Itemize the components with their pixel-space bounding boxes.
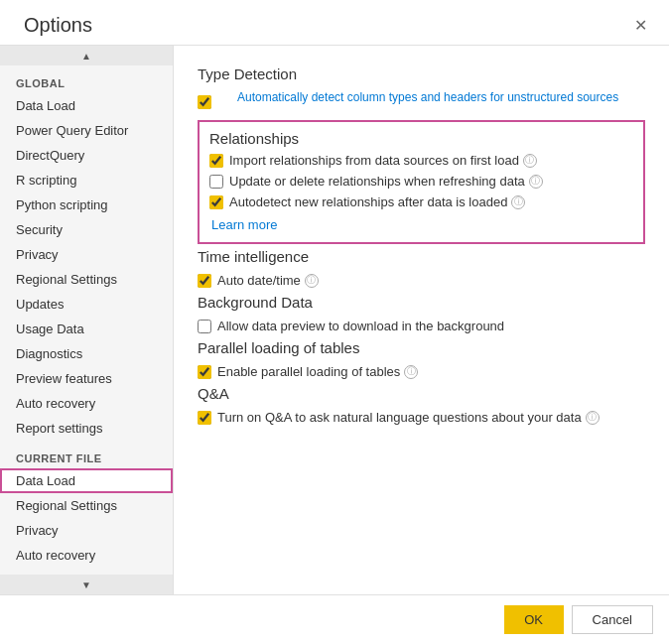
time-intelligence-option: Auto date/time ⓘ <box>198 273 645 288</box>
global-section-label: GLOBAL <box>0 65 173 93</box>
sidebar-item-data-load[interactable]: Data Load <box>0 93 173 118</box>
type-detection-option: Automatically detect column types and he… <box>198 90 645 114</box>
relationships-checkbox-2[interactable] <box>209 175 223 189</box>
scroll-down-button[interactable]: ▼ <box>0 575 173 594</box>
sidebar-item-diagnostics[interactable]: Diagnostics <box>0 341 173 366</box>
qa-option: Turn on Q&A to ask natural language ques… <box>198 410 645 425</box>
dialog-footer: OK Cancel <box>0 594 669 644</box>
sidebar-item-security[interactable]: Security <box>0 217 173 242</box>
sidebar-item-privacy[interactable]: Privacy <box>0 242 173 267</box>
relationships-checkbox-1[interactable] <box>209 154 223 168</box>
parallel-loading-label: Enable parallel loading of tables <box>217 364 400 379</box>
info-icon-3: ⓘ <box>511 195 525 209</box>
background-data-section: Background Data Allow data preview to do… <box>198 294 645 333</box>
qa-checkbox[interactable] <box>198 411 211 425</box>
time-intelligence-title: Time intelligence <box>198 248 645 265</box>
cancel-button[interactable]: Cancel <box>572 605 653 634</box>
parallel-loading-option: Enable parallel loading of tables ⓘ <box>198 364 645 379</box>
sidebar-item-updates[interactable]: Updates <box>0 292 173 317</box>
background-data-option: Allow data preview to download in the ba… <box>198 319 645 333</box>
sidebar-scroll: GLOBAL Data Load Power Query Editor Dire… <box>0 65 173 575</box>
background-data-title: Background Data <box>198 294 645 311</box>
parallel-loading-title: Parallel loading of tables <box>198 339 645 356</box>
relationships-label-3: Autodetect new relationships after data … <box>229 194 507 209</box>
relationships-title: Relationships <box>209 130 633 147</box>
sidebar-item-cf-privacy[interactable]: Privacy <box>0 518 173 543</box>
sidebar-item-cf-regional-settings[interactable]: Regional Settings <box>0 493 173 518</box>
main-content: Type Detection Automatically detect colu… <box>174 46 669 594</box>
sidebar-item-power-query-editor[interactable]: Power Query Editor <box>0 118 173 143</box>
qa-title: Q&A <box>198 385 645 402</box>
type-detection-text: Automatically detect column types and he… <box>237 90 618 104</box>
relationships-section: Relationships Import relationships from … <box>198 120 645 244</box>
relationships-option-2: Update or delete relationships when refr… <box>209 174 633 189</box>
relationships-label-1: Import relationships from data sources o… <box>229 153 519 168</box>
sidebar-item-python-scripting[interactable]: Python scripting <box>0 193 173 217</box>
time-intelligence-label: Auto date/time <box>217 273 301 288</box>
qa-section: Q&A Turn on Q&A to ask natural language … <box>198 385 645 425</box>
qa-info-icon: ⓘ <box>586 411 600 425</box>
dialog-title: Options <box>24 14 92 37</box>
type-detection-section: Type Detection Automatically detect colu… <box>198 65 645 114</box>
scroll-up-button[interactable]: ▲ <box>0 46 173 65</box>
sidebar: ▲ GLOBAL Data Load Power Query Editor Di… <box>0 46 174 594</box>
close-button[interactable]: ✕ <box>628 14 653 37</box>
sidebar-item-report-settings[interactable]: Report settings <box>0 416 173 441</box>
sidebar-item-direct-query[interactable]: DirectQuery <box>0 143 173 168</box>
options-dialog: Options ✕ ▲ GLOBAL Data Load Power Query… <box>0 0 669 644</box>
relationships-label-2: Update or delete relationships when refr… <box>229 174 525 189</box>
learn-more-link[interactable]: Learn more <box>211 217 277 232</box>
sidebar-item-auto-recovery[interactable]: Auto recovery <box>0 391 173 416</box>
sidebar-item-usage-data[interactable]: Usage Data <box>0 317 173 341</box>
time-intelligence-section: Time intelligence Auto date/time ⓘ <box>198 248 645 288</box>
parallel-loading-section: Parallel loading of tables Enable parall… <box>198 339 645 379</box>
sidebar-item-cf-auto-recovery[interactable]: Auto recovery <box>0 543 173 568</box>
type-detection-title: Type Detection <box>198 65 645 82</box>
info-icon-2: ⓘ <box>529 175 543 189</box>
sidebar-item-cf-data-load[interactable]: Data Load <box>0 468 173 493</box>
qa-label: Turn on Q&A to ask natural language ques… <box>217 410 582 425</box>
info-icon-1: ⓘ <box>523 154 537 168</box>
sidebar-item-preview-features[interactable]: Preview features <box>0 366 173 391</box>
parallel-loading-checkbox[interactable] <box>198 365 211 379</box>
current-file-section-label: CURRENT FILE <box>0 441 173 468</box>
background-data-label: Allow data preview to download in the ba… <box>217 319 504 333</box>
time-intelligence-info-icon: ⓘ <box>305 274 319 288</box>
time-intelligence-checkbox[interactable] <box>198 274 211 288</box>
relationships-option-3: Autodetect new relationships after data … <box>209 194 633 209</box>
type-detection-checkbox[interactable] <box>198 95 211 109</box>
sidebar-item-r-scripting[interactable]: R scripting <box>0 168 173 193</box>
parallel-loading-info-icon: ⓘ <box>404 365 418 379</box>
ok-button[interactable]: OK <box>504 605 564 634</box>
relationships-option-1: Import relationships from data sources o… <box>209 153 633 168</box>
relationships-checkbox-3[interactable] <box>209 195 223 209</box>
background-data-checkbox[interactable] <box>198 320 211 333</box>
title-bar: Options ✕ <box>0 0 669 45</box>
sidebar-item-regional-settings[interactable]: Regional Settings <box>0 267 173 292</box>
dialog-body: ▲ GLOBAL Data Load Power Query Editor Di… <box>0 45 669 594</box>
